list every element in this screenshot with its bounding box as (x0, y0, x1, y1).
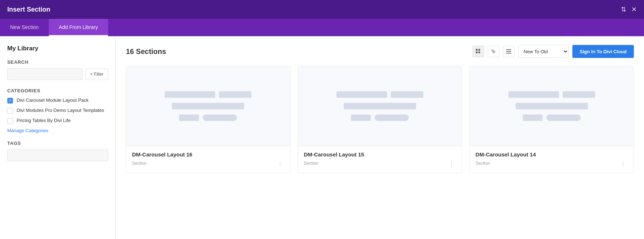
tag-filter-button[interactable] (488, 46, 499, 57)
tab-new-section[interactable]: New Section (0, 19, 49, 36)
section-card-3[interactable]: DM-Carousel Layout 14 Section ⋮ (469, 66, 634, 173)
card-menu-button-1[interactable]: ⋮ (276, 159, 284, 168)
search-row: + Filter (7, 68, 108, 80)
categories-label: Categories (7, 88, 108, 93)
manage-categories-link[interactable]: Manage Categories (7, 128, 108, 133)
sort-select[interactable]: New To Old Old To New A-Z Z-A (518, 45, 569, 58)
card-name-3: DM-Carousel Layout 14 (475, 151, 628, 158)
tab-bar: New Section Add From Library (0, 19, 644, 36)
title-bar-actions: ⇅ ✕ (621, 5, 637, 13)
card-meta-3: Section ⋮ (475, 159, 628, 168)
search-input[interactable] (7, 68, 82, 80)
search-container: Search + Filter (7, 59, 108, 80)
grid-view-button[interactable] (473, 46, 484, 57)
card-preview-1 (126, 66, 290, 146)
close-icon[interactable]: ✕ (631, 5, 637, 13)
category-checkbox-2[interactable] (7, 108, 13, 114)
tags-label: Tags (7, 141, 108, 146)
sign-in-cloud-button[interactable]: Sign In To Divi Cloud (572, 45, 634, 58)
card-footer-2: DM-Carousel Layout 15 Section ⋮ (298, 146, 462, 173)
svg-rect-5 (506, 51, 511, 52)
title-bar: Insert Section ⇅ ✕ (0, 0, 644, 19)
search-label: Search (7, 59, 108, 65)
category-label-1: Divi Carousel Module Layout Pack (17, 97, 89, 104)
sections-count: 16 Sections (126, 47, 166, 56)
card-preview-3 (470, 66, 634, 146)
category-checkbox-3[interactable] (7, 118, 13, 124)
section-card-2[interactable]: DM-Carousel Layout 15 Section ⋮ (298, 66, 462, 173)
card-type-2: Section (304, 161, 318, 166)
category-label-2: Divi Modules Pro Demo Layout Templates (17, 107, 104, 114)
card-preview-2 (298, 66, 462, 146)
cards-grid: DM-Carousel Layout 16 Section ⋮ (126, 66, 634, 173)
svg-rect-3 (478, 51, 480, 53)
card-footer-1: DM-Carousel Layout 16 Section ⋮ (126, 146, 290, 173)
category-item[interactable]: Divi Carousel Module Layout Pack (7, 97, 108, 104)
category-item[interactable]: Pricing Tables By Divi Life (7, 117, 108, 124)
content-area: 16 Sections (116, 36, 644, 239)
categories-section: Categories Divi Carousel Module Layout P… (7, 88, 108, 133)
card-meta-2: Section ⋮ (304, 159, 456, 168)
card-meta-1: Section ⋮ (132, 159, 284, 168)
category-label-3: Pricing Tables By Divi Life (17, 117, 71, 124)
card-menu-button-3[interactable]: ⋮ (619, 159, 628, 168)
sort-icon[interactable]: ⇅ (621, 5, 626, 13)
my-library-heading: My Library (7, 45, 108, 52)
tab-add-from-library[interactable]: Add From Library (49, 19, 108, 36)
svg-rect-0 (476, 49, 478, 51)
card-footer-3: DM-Carousel Layout 14 Section ⋮ (470, 146, 634, 173)
tags-input[interactable] (7, 150, 108, 161)
filter-button[interactable]: + Filter (85, 68, 108, 80)
svg-rect-2 (476, 51, 478, 53)
svg-rect-1 (478, 49, 480, 51)
section-card-1[interactable]: DM-Carousel Layout 16 Section ⋮ (126, 66, 291, 173)
tags-section: Tags (7, 141, 108, 161)
card-type-1: Section (132, 161, 147, 166)
sidebar: My Library Search + Filter Categories Di… (0, 36, 116, 239)
dialog-title: Insert Section (7, 6, 50, 13)
category-checkbox-1[interactable] (7, 98, 13, 104)
card-name-1: DM-Carousel Layout 16 (132, 151, 284, 158)
header-controls: New To Old Old To New A-Z Z-A Sign In To… (473, 45, 634, 58)
main-layout: My Library Search + Filter Categories Di… (0, 36, 644, 239)
content-header: 16 Sections (126, 45, 634, 58)
svg-rect-4 (506, 49, 511, 50)
card-name-2: DM-Carousel Layout 15 (304, 151, 456, 158)
card-menu-button-2[interactable]: ⋮ (447, 159, 456, 168)
card-type-3: Section (475, 161, 490, 166)
svg-rect-6 (506, 53, 511, 54)
category-item[interactable]: Divi Modules Pro Demo Layout Templates (7, 107, 108, 114)
list-view-button[interactable] (503, 46, 514, 57)
